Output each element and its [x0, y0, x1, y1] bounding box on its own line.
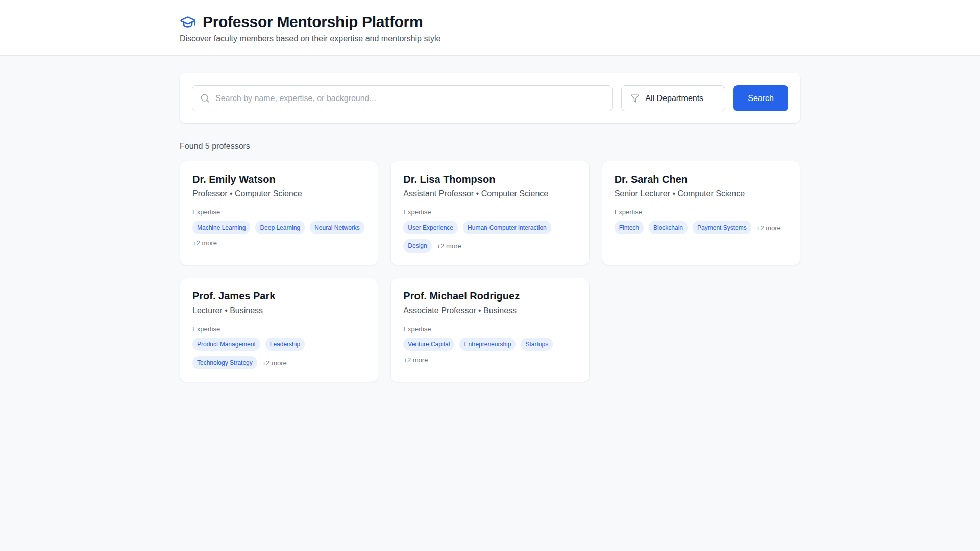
expertise-tag: Neural Networks: [310, 221, 364, 234]
expertise-tag: Payment Systems: [693, 221, 751, 234]
professor-card[interactable]: Dr. Sarah Chen Senior Lecturer • Compute…: [602, 161, 800, 265]
professor-name: Prof. Michael Rodriguez: [403, 290, 576, 302]
expertise-tag: Startups: [521, 338, 553, 351]
expertise-label: Expertise: [403, 325, 576, 333]
expertise-tag: Design: [403, 239, 431, 253]
expertise-tag: Leadership: [265, 338, 305, 351]
expertise-tags: User ExperienceHuman-Computer Interactio…: [403, 221, 576, 253]
professor-name: Dr. Lisa Thompson: [403, 173, 576, 185]
page-title: Professor Mentorship Platform: [203, 13, 423, 31]
more-tags-label: +2 more: [262, 359, 287, 367]
professor-title-department: Senior Lecturer • Computer Science: [615, 189, 788, 198]
professor-card[interactable]: Prof. Michael Rodriguez Associate Profes…: [390, 278, 589, 382]
page-subtitle: Discover faculty members based on their …: [180, 34, 800, 43]
filter-icon: [630, 94, 640, 103]
more-tags-label: +2 more: [192, 239, 217, 247]
expertise-tag: Product Management: [192, 338, 260, 351]
expertise-tags: Product ManagementLeadershipTechnology S…: [192, 338, 365, 369]
expertise-label: Expertise: [192, 325, 365, 333]
professor-name: Dr. Emily Watson: [192, 173, 365, 185]
expertise-tag: Fintech: [615, 221, 644, 234]
results-count: Found 5 professors: [180, 142, 800, 151]
expertise-tag: Human-Computer Interaction: [463, 221, 551, 234]
department-filter-value: All Departments: [645, 94, 703, 103]
professor-title-department: Professor • Computer Science: [192, 189, 365, 198]
expertise-tags: Machine LearningDeep LearningNeural Netw…: [192, 221, 365, 247]
expertise-label: Expertise: [403, 208, 576, 216]
search-panel: All Departments Search: [180, 73, 800, 123]
expertise-tag: Venture Capital: [403, 338, 454, 351]
professor-card[interactable]: Dr. Lisa Thompson Assistant Professor • …: [390, 161, 589, 265]
professor-cards-grid: Dr. Emily Watson Professor • Computer Sc…: [180, 161, 800, 382]
expertise-label: Expertise: [615, 208, 788, 216]
search-input[interactable]: [215, 94, 605, 103]
expertise-tags: Venture CapitalEntrepreneurshipStartups+…: [403, 338, 576, 364]
professor-name: Prof. James Park: [192, 290, 365, 302]
title-row: Professor Mentorship Platform: [180, 13, 800, 31]
more-tags-label: +2 more: [403, 356, 428, 364]
expertise-tag: User Experience: [403, 221, 458, 234]
search-box[interactable]: [192, 85, 613, 111]
main-content: All Departments Search Found 5 professor…: [180, 73, 800, 382]
search-icon: [200, 93, 210, 103]
expertise-tag: Machine Learning: [192, 221, 250, 234]
professor-name: Dr. Sarah Chen: [615, 173, 788, 185]
expertise-tag: Technology Strategy: [192, 356, 257, 369]
expertise-tag: Entrepreneurship: [459, 338, 516, 351]
professor-card[interactable]: Dr. Emily Watson Professor • Computer Sc…: [180, 161, 378, 265]
professor-title-department: Associate Professor • Business: [403, 306, 576, 315]
expertise-tags: FintechBlockchainPayment Systems+2 more: [615, 221, 788, 234]
department-filter-select[interactable]: All Departments: [621, 85, 725, 111]
professor-card[interactable]: Prof. James Park Lecturer • Business Exp…: [180, 278, 378, 382]
more-tags-label: +2 more: [437, 242, 461, 250]
app-header: Professor Mentorship Platform Discover f…: [0, 0, 980, 56]
more-tags-label: +2 more: [756, 224, 781, 232]
expertise-tag: Blockchain: [649, 221, 688, 234]
expertise-tag: Deep Learning: [255, 221, 305, 234]
search-button[interactable]: Search: [733, 85, 788, 111]
expertise-label: Expertise: [192, 208, 365, 216]
professor-title-department: Lecturer • Business: [192, 306, 365, 315]
professor-title-department: Assistant Professor • Computer Science: [403, 189, 576, 198]
graduation-cap-icon: [180, 14, 196, 30]
